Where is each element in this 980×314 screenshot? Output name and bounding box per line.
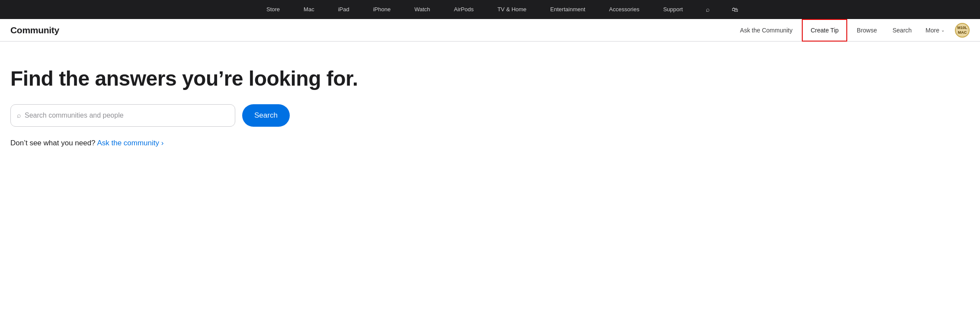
- nav-item-entertainment[interactable]: Entertainment: [545, 0, 590, 19]
- nav-item-tv-home[interactable]: TV & Home: [492, 0, 532, 19]
- second-nav: Community Ask the Community Create Tip B…: [0, 19, 980, 42]
- search-input-icon: ⌕: [17, 112, 21, 119]
- create-tip-button[interactable]: Create Tip: [802, 19, 847, 42]
- ask-link-row: Don’t see what you need? Ask the communi…: [10, 139, 379, 147]
- nav-item-airpods[interactable]: AirPods: [449, 0, 479, 19]
- more-dropdown[interactable]: More ⌄: [919, 19, 951, 42]
- nav-item-mac[interactable]: Mac: [298, 0, 320, 19]
- nav-item-watch[interactable]: Watch: [409, 0, 435, 19]
- search-box: ⌕: [10, 104, 235, 127]
- nav-item-support[interactable]: Support: [658, 0, 688, 19]
- top-nav: Store Mac iPad iPhone Watch AirPods TV &…: [0, 0, 980, 19]
- avatar-line2: MAC: [958, 30, 967, 35]
- nav-item-iphone[interactable]: iPhone: [368, 0, 396, 19]
- avatar-line1: M10L: [957, 26, 967, 30]
- bag-icon[interactable]: 🛍: [727, 0, 743, 19]
- second-nav-links: Ask the Community Create Tip Browse Sear…: [732, 19, 970, 42]
- browse-link[interactable]: Browse: [849, 19, 885, 42]
- search-row: ⌕ Search: [10, 104, 379, 127]
- ask-community-link[interactable]: Ask the community ›: [97, 139, 163, 147]
- ask-prefix-text: Don’t see what you need?: [10, 139, 96, 147]
- nav-item-ipad[interactable]: iPad: [333, 0, 355, 19]
- search-link[interactable]: Search: [885, 19, 919, 42]
- chevron-down-icon: ⌄: [941, 19, 945, 42]
- search-button[interactable]: Search: [242, 104, 290, 127]
- nav-item-store[interactable]: Store: [261, 0, 285, 19]
- more-label: More: [926, 19, 939, 42]
- page-headline: Find the answers you’re looking for.: [10, 67, 379, 90]
- ask-community-link[interactable]: Ask the Community: [732, 19, 800, 42]
- community-logo[interactable]: Community: [10, 25, 59, 35]
- nav-item-accessories[interactable]: Accessories: [604, 0, 644, 19]
- avatar[interactable]: M10L MAC: [955, 23, 970, 38]
- main-content: Find the answers you’re looking for. ⌕ S…: [0, 42, 389, 165]
- search-icon[interactable]: ⌕: [701, 0, 714, 19]
- search-input[interactable]: [25, 112, 229, 119]
